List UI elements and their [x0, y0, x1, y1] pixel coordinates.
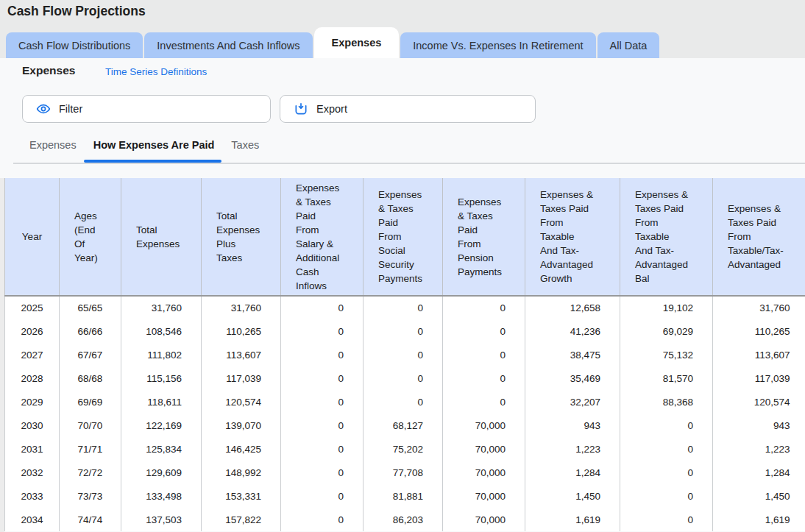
cell-value: 68,127	[364, 414, 443, 437]
table-row: 202666/66108,546110,26500041,23669,02911…	[5, 319, 805, 343]
cell-ages: 69/69	[60, 390, 121, 414]
cell-value: 133,498	[121, 484, 202, 508]
cell-value: 0	[443, 296, 525, 319]
cell-value: 38,475	[525, 343, 620, 366]
cell-value: 0	[281, 508, 364, 531]
cell-value: 108,546	[121, 319, 202, 343]
table-body: 202565/6531,76031,76000012,65819,10231,7…	[5, 296, 805, 531]
column-header-7: Expenses & Taxes Paid From Taxable And T…	[525, 178, 620, 296]
expenses-payment-table: YearAges (End Of Year)Total ExpensesTota…	[4, 178, 805, 531]
cell-value: 1,284	[713, 461, 805, 484]
cell-value: 0	[620, 508, 713, 531]
cell-value: 70,000	[443, 437, 525, 461]
tab-investments-and-cash-inflows[interactable]: Investments And Cash Inflows	[144, 32, 312, 58]
cell-ages: 67/67	[60, 343, 121, 366]
table-row: 203171/71125,834146,425075,20270,0001,22…	[5, 437, 805, 461]
main-tab-bar: Cash Flow Distributions Investments And …	[6, 27, 659, 58]
cell-value: 1,450	[525, 484, 620, 508]
cell-value: 12,658	[525, 296, 620, 319]
subtab-taxes[interactable]: Taxes	[231, 139, 259, 164]
cell-value: 75,202	[364, 437, 443, 461]
column-header-9: Expenses & Taxes Paid From Taxable/Tax- …	[713, 178, 805, 296]
cell-ages: 74/74	[60, 508, 121, 531]
cell-value: 31,760	[121, 296, 202, 319]
cell-value: 0	[281, 461, 364, 484]
cell-year: 2027	[5, 343, 60, 366]
subtab-how-expenses-are-paid[interactable]: How Expenses Are Paid	[93, 139, 215, 164]
table-row: 203272/72129,609148,992077,70870,0001,28…	[5, 461, 805, 484]
table-row: 203474/74137,503157,822086,20370,0001,61…	[5, 508, 805, 531]
table-row: 202565/6531,76031,76000012,65819,10231,7…	[5, 296, 805, 319]
cell-value: 0	[281, 319, 364, 343]
cell-value: 1,619	[713, 508, 805, 531]
cell-value: 139,070	[202, 414, 281, 437]
cell-value: 0	[443, 343, 525, 366]
cell-value: 75,132	[620, 343, 713, 366]
cell-value: 110,265	[713, 319, 805, 343]
cell-value: 1,619	[525, 508, 620, 531]
cell-value: 77,708	[364, 461, 443, 484]
table-scroll-area[interactable]: YearAges (End Of Year)Total ExpensesTota…	[4, 178, 805, 532]
subtab-expenses[interactable]: Expenses	[29, 139, 77, 164]
cell-value: 0	[443, 390, 525, 414]
section-heading: Expenses	[22, 64, 75, 77]
cell-value: 0	[620, 437, 713, 461]
eye-icon	[36, 102, 51, 116]
subtab-divider	[13, 163, 805, 164]
cell-value: 35,469	[525, 366, 620, 390]
cell-value: 153,331	[202, 484, 281, 508]
cell-value: 69,029	[620, 319, 713, 343]
cell-value: 31,760	[202, 296, 281, 319]
cell-year: 2026	[5, 319, 60, 343]
cell-value: 0	[364, 343, 443, 366]
cell-value: 137,503	[121, 508, 202, 531]
cell-value: 117,039	[713, 366, 805, 390]
cell-year: 2032	[5, 461, 60, 484]
column-header-1: Ages (End Of Year)	[60, 178, 121, 296]
table-row: 202868/68115,156117,03900035,46981,57011…	[5, 366, 805, 390]
cell-value: 0	[364, 390, 443, 414]
column-header-8: Expenses & Taxes Paid From Taxable And T…	[620, 178, 713, 296]
tab-all-data[interactable]: All Data	[597, 32, 660, 58]
cell-value: 146,425	[202, 437, 281, 461]
cell-value: 0	[620, 414, 713, 437]
tab-cash-flow-distributions[interactable]: Cash Flow Distributions	[6, 32, 143, 58]
cell-value: 125,834	[121, 437, 202, 461]
cell-value: 943	[525, 414, 620, 437]
cell-value: 157,822	[202, 508, 281, 531]
cell-value: 81,881	[364, 484, 443, 508]
cell-ages: 66/66	[60, 319, 121, 343]
cell-value: 0	[620, 484, 713, 508]
cell-value: 0	[281, 366, 364, 390]
tab-expenses[interactable]: Expenses	[314, 27, 400, 58]
cell-value: 148,992	[202, 461, 281, 484]
cell-year: 2029	[5, 390, 60, 414]
cell-value: 1,223	[713, 437, 805, 461]
column-header-2: Total Expenses	[121, 178, 202, 296]
cell-value: 0	[443, 319, 525, 343]
cell-value: 943	[713, 414, 805, 437]
cell-value: 81,570	[620, 366, 713, 390]
filter-button[interactable]: Filter	[22, 95, 271, 123]
tab-income-vs-expenses-in-retirement[interactable]: Income Vs. Expenses In Retirement	[400, 32, 595, 58]
table-header: YearAges (End Of Year)Total ExpensesTota…	[5, 178, 805, 296]
cell-value: 1,450	[713, 484, 805, 508]
export-button-label: Export	[316, 103, 347, 115]
cell-value: 117,039	[202, 366, 281, 390]
cell-value: 113,607	[202, 343, 281, 366]
cell-value: 0	[443, 366, 525, 390]
cell-value: 0	[364, 366, 443, 390]
cell-value: 32,207	[525, 390, 620, 414]
cell-ages: 71/71	[60, 437, 121, 461]
time-series-definitions-link[interactable]: Time Series Definitions	[105, 66, 207, 77]
export-button[interactable]: Export	[280, 95, 536, 123]
cell-value: 0	[281, 343, 364, 366]
cell-value: 70,000	[443, 461, 525, 484]
column-header-4: Expenses & Taxes Paid From Salary & Addi…	[281, 178, 364, 296]
cell-ages: 72/72	[60, 461, 121, 484]
cell-year: 2033	[5, 484, 60, 508]
cell-value: 122,169	[121, 414, 202, 437]
cell-value: 118,611	[121, 390, 202, 414]
cell-value: 70,000	[443, 508, 525, 531]
cell-value: 113,607	[713, 343, 805, 366]
